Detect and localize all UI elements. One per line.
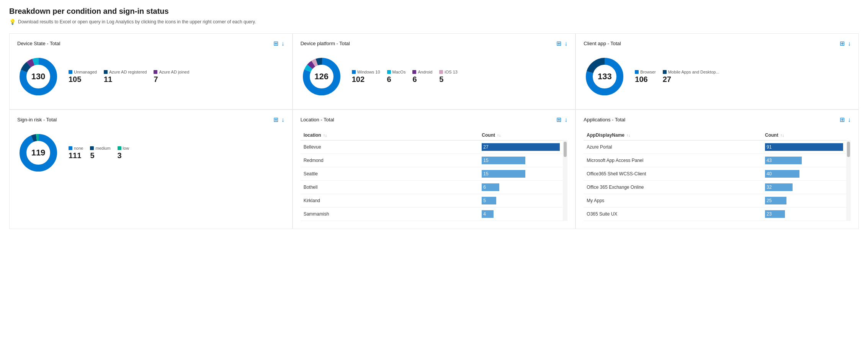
legend-item-none: none 111 bbox=[69, 146, 83, 160]
widget-header-device-platform: Device platform - Total ⊞ ↓ bbox=[301, 40, 568, 47]
app-cell-count: 43 bbox=[762, 154, 846, 167]
location-cell-name: Redmond bbox=[301, 154, 479, 167]
export-log-btn-device-platform[interactable]: ⊞ bbox=[556, 40, 561, 47]
applications-scrollbar-thumb[interactable] bbox=[847, 142, 850, 157]
legend-label-medium: medium bbox=[95, 146, 110, 150]
legend-item-macos: MacOs 6 bbox=[387, 70, 406, 84]
info-icon: 💡 bbox=[9, 19, 16, 25]
legend-dot-low bbox=[118, 146, 121, 150]
legend-item-ad-registered: Azure AD registered 11 bbox=[104, 70, 147, 84]
location-table-row: Seattle 15 bbox=[301, 167, 563, 181]
legend-value-none: 111 bbox=[69, 151, 81, 160]
export-log-btn-location[interactable]: ⊞ bbox=[556, 116, 561, 123]
legend-value-unmanaged: 105 bbox=[69, 75, 81, 84]
legend-value-macos: 6 bbox=[387, 75, 391, 84]
legend-item-low: low 3 bbox=[118, 146, 129, 160]
applications-table-row: My Apps 25 bbox=[584, 194, 846, 208]
widget-actions-client-app: ⊞ ↓ bbox=[840, 40, 851, 47]
location-scrollbar-thumb[interactable] bbox=[564, 142, 567, 157]
chart-row-client-app: 133 Browser 106 Mobile Apps and Desktop. bbox=[584, 52, 851, 101]
legend-value-browser: 106 bbox=[635, 75, 647, 84]
legend-value-ad-registered: 11 bbox=[104, 75, 112, 84]
widget-actions-signin-risk: ⊞ ↓ bbox=[273, 116, 284, 123]
location-table-body: Bellevue 27 Redmond 15 Seattle 15 Bothel… bbox=[301, 141, 563, 221]
widget-title-client-app: Client app - Total bbox=[584, 41, 621, 46]
legend-device-state: Unmanaged 105 Azure AD registered 11 bbox=[69, 70, 189, 84]
legend-value-ad-joined: 7 bbox=[154, 75, 158, 84]
donut-device-state: 130 bbox=[17, 56, 59, 98]
export-log-btn-applications[interactable]: ⊞ bbox=[840, 116, 845, 123]
donut-center-device-platform: 126 bbox=[314, 72, 329, 82]
applications-scrollbar-track[interactable] bbox=[846, 140, 851, 221]
widget-header-applications: Applications - Total ⊞ ↓ bbox=[584, 116, 851, 123]
app-cell-count: 23 bbox=[762, 208, 846, 221]
widget-device-state: Device State - Total ⊞ ↓ bbox=[9, 33, 293, 110]
chart-row-device-state: 130 Unmanaged 105 Azure AD registered bbox=[17, 52, 284, 101]
app-cell-count: 40 bbox=[762, 167, 846, 181]
main-page: Breakdown per condition and sign-in stat… bbox=[0, 0, 868, 340]
col-appdisplayname[interactable]: AppDisplayName ↑↓ bbox=[584, 130, 762, 141]
col-app-count[interactable]: Count ↑↓ bbox=[762, 130, 846, 141]
location-cell-count: 4 bbox=[479, 208, 563, 221]
widget-client-app: Client app - Total ⊞ ↓ 133 bbox=[575, 33, 859, 110]
legend-label-browser: Browser bbox=[640, 70, 655, 74]
applications-table-body: Azure Portal 91 Microsoft App Access Pan… bbox=[584, 141, 846, 221]
legend-client-app: Browser 106 Mobile Apps and Desktop... 2… bbox=[635, 70, 719, 84]
legend-dot-android bbox=[412, 70, 416, 74]
download-btn-client-app[interactable]: ↓ bbox=[848, 40, 851, 47]
applications-table-container: AppDisplayName ↑↓ Count ↑↓ Azure Portal … bbox=[584, 128, 851, 221]
page-title: Breakdown per condition and sign-in stat… bbox=[9, 7, 859, 16]
donut-client-app: 133 bbox=[584, 56, 626, 98]
app-cell-count: 91 bbox=[762, 141, 846, 154]
location-scrollbar-track[interactable] bbox=[563, 140, 567, 221]
app-cell-count: 32 bbox=[762, 181, 846, 194]
legend-item-android: Android 6 bbox=[412, 70, 432, 84]
donut-center-client-app: 133 bbox=[598, 72, 612, 82]
app-cell-count: 25 bbox=[762, 194, 846, 208]
widget-actions-location: ⊞ ↓ bbox=[556, 116, 567, 123]
col-count[interactable]: Count ↑↓ bbox=[479, 130, 563, 141]
chart-row-device-platform: 126 Windows 10 102 MacOs bbox=[301, 52, 568, 101]
location-cell-name: Sammamish bbox=[301, 208, 479, 221]
download-btn-applications[interactable]: ↓ bbox=[848, 116, 851, 123]
legend-dot-ad-registered bbox=[104, 70, 108, 74]
location-table-row: Redmond 15 bbox=[301, 154, 563, 167]
download-btn-signin-risk[interactable]: ↓ bbox=[281, 116, 284, 123]
export-log-btn-device-state[interactable]: ⊞ bbox=[273, 40, 278, 47]
legend-label-windows10: Windows 10 bbox=[357, 70, 380, 74]
legend-label-unmanaged: Unmanaged bbox=[74, 70, 97, 74]
legend-item-medium: medium 5 bbox=[90, 146, 110, 160]
app-cell-name: O365 Suite UX bbox=[584, 208, 762, 221]
dashboard-grid-top: Device State - Total ⊞ ↓ bbox=[9, 33, 859, 110]
col-location[interactable]: location ↑↓ bbox=[301, 130, 479, 141]
widget-actions-applications: ⊞ ↓ bbox=[840, 116, 851, 123]
legend-label-none: none bbox=[74, 146, 83, 150]
export-log-btn-client-app[interactable]: ⊞ bbox=[840, 40, 845, 47]
legend-label-ad-registered: Azure AD registered bbox=[109, 70, 147, 74]
legend-label-low: low bbox=[123, 146, 129, 150]
legend-dot-windows10 bbox=[352, 70, 356, 74]
widget-actions-device-state: ⊞ ↓ bbox=[273, 40, 284, 47]
download-btn-device-state[interactable]: ↓ bbox=[281, 40, 284, 47]
legend-value-low: 3 bbox=[118, 151, 122, 160]
legend-item-unmanaged: Unmanaged 105 bbox=[69, 70, 97, 84]
legend-dot-medium bbox=[90, 146, 94, 150]
download-btn-location[interactable]: ↓ bbox=[564, 116, 567, 123]
legend-device-platform: Windows 10 102 MacOs 6 bbox=[352, 70, 458, 84]
donut-signin-risk: 119 bbox=[17, 132, 59, 174]
legend-label-macos: MacOs bbox=[392, 70, 406, 74]
widget-device-platform: Device platform - Total ⊞ ↓ bbox=[293, 33, 576, 110]
location-cell-name: Bellevue bbox=[301, 141, 479, 154]
location-cell-count: 5 bbox=[479, 194, 563, 208]
location-table-row: Sammamish 4 bbox=[301, 208, 563, 221]
download-btn-device-platform[interactable]: ↓ bbox=[564, 40, 567, 47]
app-cell-name: My Apps bbox=[584, 194, 762, 208]
widget-location: Location - Total ⊞ ↓ location ↑↓ Count ↑… bbox=[293, 110, 576, 229]
widget-signin-risk: Sign-in risk - Total ⊞ ↓ bbox=[9, 110, 293, 229]
legend-dot-ad-joined bbox=[154, 70, 157, 74]
donut-center-device-state: 130 bbox=[31, 72, 46, 82]
applications-table-row: Office365 Shell WCSS-Client 40 bbox=[584, 167, 846, 181]
applications-table-row: Microsoft App Access Panel 43 bbox=[584, 154, 846, 167]
export-log-btn-signin-risk[interactable]: ⊞ bbox=[273, 116, 278, 123]
legend-label-mobile: Mobile Apps and Desktop... bbox=[668, 70, 719, 74]
